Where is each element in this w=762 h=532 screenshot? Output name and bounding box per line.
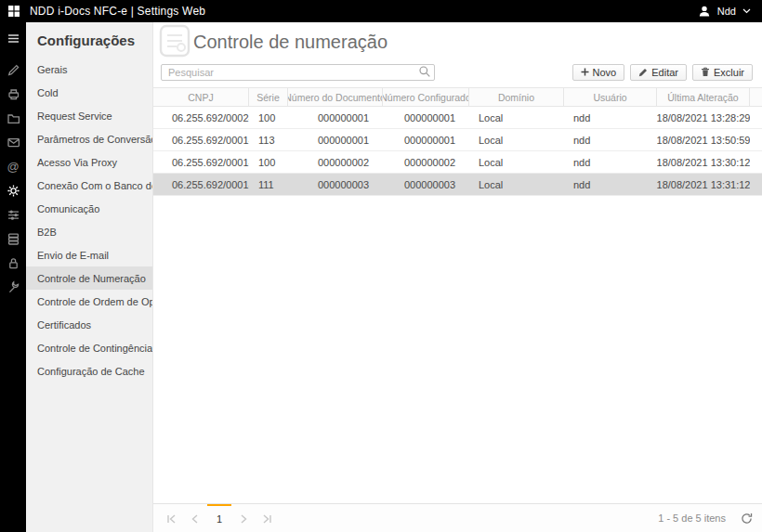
toolbar-buttons: Novo Editar Excluir <box>572 64 753 81</box>
lock-icon <box>7 256 20 270</box>
cell-ultima-alteracao: 18/08/2021 13:28:29 <box>657 107 750 128</box>
delete-button-label: Excluir <box>714 67 744 78</box>
rail-item-filters[interactable] <box>0 202 26 227</box>
column-header-usuario[interactable]: Usuário <box>564 88 657 106</box>
table-row[interactable]: 06.255.692/0002-86 100 000000001 0000000… <box>153 107 762 129</box>
column-header-serie[interactable]: Série <box>249 88 288 106</box>
sidebar-item-controle-contingencia[interactable]: Controle de Contingência <box>26 336 152 359</box>
pager-previous-button[interactable] <box>183 504 207 532</box>
cell-numero-documento: 000000001 <box>288 107 383 128</box>
table-row[interactable]: 06.255.692/0001-01 113 000000001 0000000… <box>153 129 762 151</box>
cell-serie: 111 <box>249 174 288 195</box>
user-name: Ndd <box>717 6 736 17</box>
numbering-page-icon <box>156 22 193 59</box>
rail-item-tools[interactable] <box>0 58 26 82</box>
table-row[interactable]: 06.255.692/0001-01 100 000000002 0000000… <box>153 151 762 174</box>
delete-button[interactable]: Excluir <box>692 64 753 81</box>
cell-usuario: ndd <box>564 129 657 150</box>
sliders-icon <box>7 208 20 222</box>
at-sign-icon: @ <box>7 161 19 173</box>
table-row-selected[interactable]: 06.255.692/0001-01 111 000000003 0000000… <box>153 174 762 196</box>
user-icon <box>698 5 711 18</box>
icon-rail: @ <box>0 22 26 532</box>
rail-item-servers[interactable] <box>0 227 26 251</box>
search-input[interactable] <box>161 64 435 81</box>
cell-numero-documento: 000000002 <box>288 151 383 173</box>
sidebar-item-gerais[interactable]: Gerais <box>26 58 152 81</box>
pager-page-1[interactable]: 1 <box>207 504 231 532</box>
app-grid-icon[interactable] <box>7 5 20 18</box>
title-bar: NDD i-Docs NFC-e | Settings Web Ndd <box>0 0 762 22</box>
refresh-button[interactable] <box>741 513 753 525</box>
cell-filler <box>750 174 762 195</box>
sidebar-item-controle-ordem-operacao[interactable]: Controle de Ordem de Operação <box>26 290 152 313</box>
column-header-ultima-alteracao[interactable]: Última Alteração <box>657 88 750 106</box>
rail-item-folder[interactable] <box>0 106 26 130</box>
rail-item-security[interactable] <box>0 251 26 275</box>
wrench-icon <box>7 280 20 294</box>
rail-item-webservice[interactable]: @ <box>0 154 26 178</box>
rail-item-maintenance[interactable] <box>0 275 26 299</box>
sidebar-item-conexao-banco[interactable]: Conexão Com o Banco de Dados <box>26 174 152 197</box>
sidebar-item-controle-numeracao[interactable]: Controle de Numeração <box>26 266 152 290</box>
cell-dominio: Local <box>469 174 564 195</box>
folder-icon <box>7 111 20 125</box>
cell-filler <box>750 151 762 173</box>
cell-ultima-alteracao: 18/08/2021 13:50:59 <box>657 129 750 150</box>
column-header-numero-configurado[interactable]: Número Configurado <box>383 88 469 106</box>
cell-serie: 100 <box>249 107 288 128</box>
gear-icon <box>7 184 20 198</box>
cell-serie: 100 <box>249 151 288 173</box>
sidebar-item-certificados[interactable]: Certificados <box>26 313 152 336</box>
main-content: Controle de numeração Novo <box>153 22 762 532</box>
cell-numero-configurado: 000000001 <box>383 107 469 128</box>
rail-item-printer[interactable] <box>0 82 26 106</box>
sidebar-item-parametros-conversao[interactable]: Parâmetros de Conversão <box>26 127 152 150</box>
cell-cnpj: 06.255.692/0001-01 <box>153 151 249 173</box>
cell-cnpj: 06.255.692/0002-86 <box>153 107 249 128</box>
pager-next-button[interactable] <box>231 504 256 532</box>
cell-dominio: Local <box>469 129 564 150</box>
cell-dominio: Local <box>469 107 564 128</box>
content-spacer <box>153 196 762 503</box>
pager-first-button[interactable] <box>159 504 183 532</box>
cell-usuario: ndd <box>564 151 657 173</box>
cell-numero-configurado: 000000001 <box>383 129 469 150</box>
sidebar-item-b2b[interactable]: B2B <box>26 220 152 243</box>
printer-icon <box>7 87 20 101</box>
edit-button[interactable]: Editar <box>630 64 687 81</box>
rail-item-settings[interactable] <box>0 178 26 202</box>
column-header-cnpj[interactable]: CNPJ <box>153 88 249 106</box>
grid-header-row: CNPJ Série Número do Documento Número Co… <box>153 87 762 107</box>
settings-sidebar: Configurações Gerais Cold Request Servic… <box>26 22 153 532</box>
user-menu[interactable]: Ndd <box>698 5 751 18</box>
cell-numero-configurado: 000000003 <box>383 174 469 195</box>
sidebar-item-comunicacao[interactable]: Comunicação <box>26 197 152 220</box>
chevron-down-icon <box>742 8 751 14</box>
grid-toolbar: Novo Editar Excluir <box>153 61 762 87</box>
cell-usuario: ndd <box>564 174 657 195</box>
sidebar-item-request-service[interactable]: Request Service <box>26 104 152 127</box>
column-header-dominio[interactable]: Domínio <box>469 88 564 106</box>
last-page-icon <box>262 513 273 525</box>
page-header: Controle de numeração <box>153 22 762 61</box>
cell-cnpj: 06.255.692/0001-01 <box>153 129 249 150</box>
column-header-filler <box>750 88 762 106</box>
search-icon[interactable] <box>418 65 431 78</box>
cell-usuario: ndd <box>564 107 657 128</box>
sidebar-item-acesso-proxy[interactable]: Acesso Via Proxy <box>26 150 152 174</box>
numbering-grid: CNPJ Série Número do Documento Número Co… <box>153 87 762 196</box>
cell-numero-documento: 000000003 <box>288 174 383 195</box>
cell-filler <box>750 129 762 150</box>
sidebar-item-configuracao-cache[interactable]: Configuração de Cache <box>26 359 152 383</box>
rail-item-mail[interactable] <box>0 130 26 154</box>
first-page-icon <box>165 513 177 525</box>
cell-ultima-alteracao: 18/08/2021 13:31:12 <box>657 174 750 195</box>
sidebar-item-cold[interactable]: Cold <box>26 81 152 104</box>
column-header-numero-documento[interactable]: Número do Documento <box>288 88 383 106</box>
servers-icon <box>7 232 20 246</box>
sidebar-item-envio-email[interactable]: Envio de E-mail <box>26 243 152 266</box>
pager-last-button[interactable] <box>256 504 280 532</box>
new-button[interactable]: Novo <box>572 64 625 81</box>
rail-item-menu[interactable] <box>0 26 26 50</box>
